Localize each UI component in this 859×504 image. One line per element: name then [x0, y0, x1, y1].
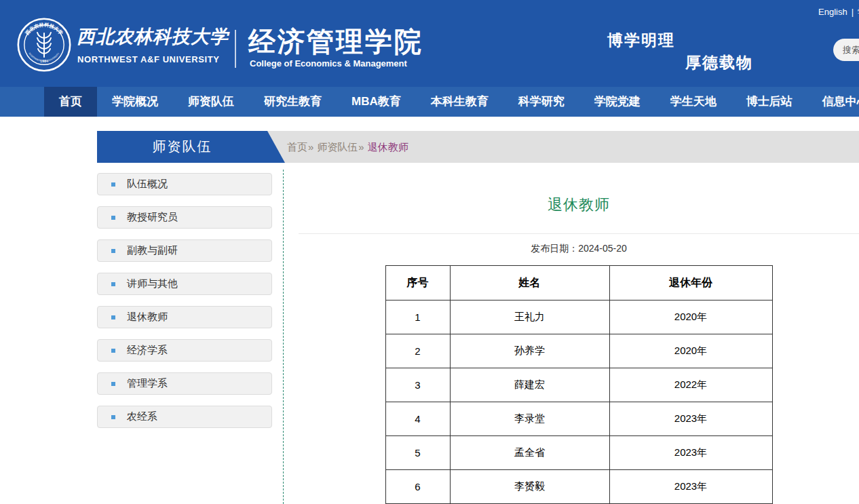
breadcrumb-link-faculty[interactable]: 师资队伍 [317, 141, 358, 153]
sidebar-item-agricultural-economics-dept[interactable]: 农经系 [97, 406, 272, 428]
square-bullet-icon [111, 182, 115, 187]
nav-item-information-center[interactable]: 信息中心 [807, 87, 859, 117]
table-cell: 薛建宏 [450, 368, 609, 402]
nav-item-postdoctoral-station[interactable]: 博士后站 [731, 87, 807, 117]
table-cell: 2020年 [609, 334, 772, 368]
square-bullet-icon [111, 349, 115, 353]
sidebar-item-management-dept[interactable]: 管理学系 [97, 372, 272, 395]
main-nav: 首页学院概况师资队伍研究生教育MBA教育本科生教育科学研究学院党建学生天地博士后… [0, 87, 859, 117]
sidebar-item-label: 副教与副研 [127, 244, 178, 257]
university-logo-emblem[interactable]: 西北农林科技大学 NORTHWEST A&F UNIVERSITY 1934 [17, 18, 71, 72]
breadcrumb-band: 师资队伍 首页»师资队伍»退休教师 [97, 131, 859, 163]
sidebar-item-label: 队伍概况 [127, 178, 168, 191]
main-content: 退休教师 发布日期：2024-05-20 序号姓名退休年份 1王礼力2020年2… [299, 163, 859, 504]
table-cell: 2 [385, 334, 450, 368]
square-bullet-icon [111, 282, 115, 286]
table-header-cell: 序号 [385, 266, 450, 301]
university-name-zh: 西北农林科技大学 [77, 24, 229, 49]
college-name-en: College of Economics & Management [250, 58, 407, 69]
sidebar-item-label: 管理学系 [127, 377, 168, 390]
table-cell: 李录堂 [450, 402, 609, 436]
table-header-row: 序号姓名退休年份 [385, 266, 772, 301]
table-row: 1王礼力2020年 [385, 301, 772, 334]
breadcrumb-separator: » [308, 141, 313, 153]
table-header-cell: 退休年份 [609, 266, 772, 301]
table-cell: 2023年 [609, 402, 772, 436]
nav-item-home[interactable]: 首页 [44, 87, 97, 117]
sidebar-item-lecturers-others[interactable]: 讲师与其他 [97, 273, 272, 295]
sidebar-item-label: 农经系 [127, 410, 157, 423]
search-input[interactable] [833, 39, 859, 61]
table-row: 6李赟毅2023年 [385, 470, 772, 504]
table-cell: 王礼力 [450, 301, 609, 334]
breadcrumb: 首页»师资队伍»退休教师 [287, 131, 408, 163]
table-cell: 李赟毅 [450, 470, 609, 504]
table-cell: 2023年 [609, 436, 772, 470]
page: English|学校首页 西北农林科技大学 NORTHWEST A&F UNIV… [0, 0, 859, 504]
table-cell: 4 [385, 402, 450, 436]
table-cell: 1 [385, 301, 450, 334]
nav-item-graduate-education[interactable]: 研究生教育 [249, 87, 337, 117]
square-bullet-icon [111, 415, 115, 419]
table-row: 3薛建宏2022年 [385, 368, 772, 402]
retired-teachers-table: 序号姓名退休年份 1王礼力2020年2孙养学2020年3薛建宏2022年4李录堂… [385, 265, 773, 504]
site-header: English|学校首页 西北农林科技大学 NORTHWEST A&F UNIV… [0, 0, 859, 87]
breadcrumb-current: 退休教师 [368, 141, 408, 153]
nav-item-scientific-research[interactable]: 科学研究 [503, 87, 579, 117]
motto-line-1: 博学明理 [607, 30, 675, 51]
square-bullet-icon [111, 315, 115, 319]
breadcrumb-separator: » [358, 141, 364, 153]
table-cell: 2020年 [609, 301, 772, 334]
publish-date: 发布日期：2024-05-20 [299, 243, 859, 255]
sidebar-menu: 队伍概况教授研究员副教与副研讲师与其他退休教师经济学系管理学系农经系 [97, 173, 272, 439]
table-row: 5孟全省2023年 [385, 436, 772, 470]
sidebar-item-retired-teachers[interactable]: 退休教师 [97, 306, 272, 328]
motto-line-2: 厚德载物 [685, 52, 753, 73]
sidebar-item-label: 讲师与其他 [127, 277, 178, 290]
nav-item-student-life[interactable]: 学生天地 [655, 87, 731, 117]
content-divider-dashed [283, 170, 284, 504]
sidebar-item-economics-dept[interactable]: 经济学系 [97, 339, 272, 362]
university-name-en: NORTHWEST A&F UNIVERSITY [77, 54, 220, 64]
sidebar-item-professors[interactable]: 教授研究员 [97, 206, 272, 229]
table-row: 2孙养学2020年 [385, 334, 772, 368]
table-cell: 孙养学 [450, 334, 609, 368]
table-cell: 5 [385, 436, 450, 470]
topbar-link-english[interactable]: English [818, 7, 847, 17]
wheat-emblem-icon: 西北农林科技大学 NORTHWEST A&F UNIVERSITY 1934 [17, 18, 71, 72]
table-cell: 孟全省 [450, 436, 609, 470]
nav-item-undergraduate-education[interactable]: 本科生教育 [416, 87, 503, 117]
sidebar-item-label: 经济学系 [127, 344, 168, 357]
square-bullet-icon [111, 382, 115, 386]
title-rule [299, 233, 859, 234]
square-bullet-icon [111, 216, 115, 220]
sidebar-item-associate-professors[interactable]: 副教与副研 [97, 239, 272, 262]
section-banner: 师资队伍 [97, 131, 285, 163]
header-divider [235, 30, 236, 68]
table-cell: 2022年 [609, 368, 772, 402]
table-row: 4李录堂2023年 [385, 402, 772, 436]
square-bullet-icon [111, 249, 115, 253]
sidebar-item-label: 教授研究员 [127, 211, 178, 224]
nav-item-mba-education[interactable]: MBA教育 [337, 87, 416, 117]
table-cell: 6 [385, 470, 450, 504]
table-cell: 3 [385, 368, 450, 402]
topbar-divider: | [852, 7, 854, 17]
topbar-links: English|学校首页 [818, 6, 859, 18]
sidebar-item-team-overview[interactable]: 队伍概况 [97, 173, 272, 195]
svg-text:1934: 1934 [40, 59, 48, 63]
nav-item-party-building[interactable]: 学院党建 [579, 87, 655, 117]
page-title: 退休教师 [299, 195, 859, 215]
nav-item-college-overview[interactable]: 学院概况 [97, 87, 173, 117]
sidebar-item-label: 退休教师 [127, 311, 168, 324]
breadcrumb-link-home[interactable]: 首页 [287, 141, 307, 153]
college-name-zh: 经济管理学院 [248, 23, 423, 60]
table-cell: 2023年 [609, 470, 772, 504]
nav-item-faculty[interactable]: 师资队伍 [173, 87, 249, 117]
table-header-cell: 姓名 [450, 266, 609, 301]
